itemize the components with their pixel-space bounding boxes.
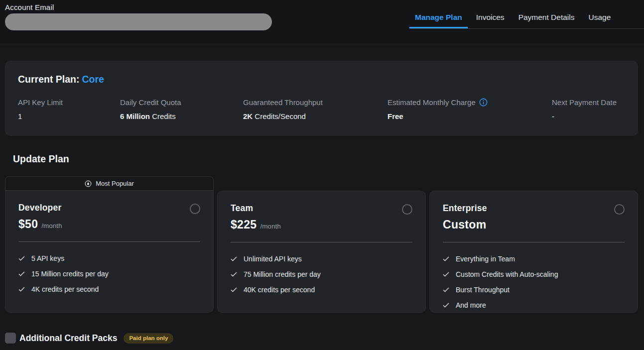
check-icon xyxy=(231,272,237,277)
plan-name: Enterprise xyxy=(443,203,487,214)
feature-item: Burst Throughput xyxy=(443,286,625,294)
check-icon xyxy=(443,303,449,308)
feature-item: 5 API keys xyxy=(18,254,200,262)
stat-value: Free xyxy=(387,112,552,120)
feature-item: 4K credits per second xyxy=(18,285,200,293)
check-icon xyxy=(18,256,25,261)
divider xyxy=(18,241,200,242)
plan-radio-developer[interactable] xyxy=(190,204,200,214)
stat-api-key-limit: API Key Limit 1 xyxy=(18,98,120,120)
feature-item: Everything in Team xyxy=(443,255,625,263)
feature-item: 15 Million credits per day xyxy=(18,270,200,278)
tab-invoices[interactable]: Invoices xyxy=(471,10,510,28)
plans-row: Most Popular Developer $50 /month 5 API … xyxy=(5,176,638,313)
stat-label: API Key Limit xyxy=(18,98,120,107)
plan-period: /month xyxy=(41,222,62,230)
feature-item: Unlimited API keys xyxy=(231,255,412,263)
plan-radio-enterprise[interactable] xyxy=(614,204,625,215)
plan-features: Everything in Team Custom Credits with A… xyxy=(443,255,625,309)
plan-name: Developer xyxy=(18,203,61,213)
header: Account Email Manage Plan Invoices Payme… xyxy=(0,0,644,44)
plan-price: Custom xyxy=(443,218,486,232)
update-plan-heading: Update Plan xyxy=(13,153,69,165)
divider xyxy=(231,242,412,242)
check-icon xyxy=(18,287,25,292)
plan-card-team[interactable]: Team $225 /month Unlimited API keys 75 M… xyxy=(217,191,426,313)
check-icon xyxy=(443,256,449,261)
stat-label: Guaranteed Throughput xyxy=(243,98,387,107)
current-plan-title: Current Plan:Core xyxy=(18,74,625,85)
feature-item: 75 Million credits per day xyxy=(231,270,412,278)
check-icon xyxy=(18,271,25,276)
feature-item: Custom Credits with Auto-scaling xyxy=(443,270,625,278)
stat-guaranteed-throughput: Guaranteed Throughput 2K Credits/Second xyxy=(243,98,387,120)
check-icon xyxy=(443,287,449,292)
stat-estimated-monthly-charge: Estimated Monthly Charge Free xyxy=(387,98,552,120)
current-plan-name: Core xyxy=(82,74,104,85)
flame-icon xyxy=(85,180,92,187)
current-plan-stats: API Key Limit 1 Daily Credit Quota 6 Mil… xyxy=(18,98,625,120)
feature-item: 40K credits per second xyxy=(231,286,412,294)
tab-usage[interactable]: Usage xyxy=(583,10,616,28)
divider xyxy=(443,242,625,242)
additional-credit-packs-label: Additional Credit Packs xyxy=(19,333,117,344)
plan-radio-team[interactable] xyxy=(402,204,412,215)
plan-name: Team xyxy=(231,203,253,214)
feature-item: And more xyxy=(443,301,625,309)
stat-value: 2K Credits/Second xyxy=(243,112,387,120)
stat-label: Next Payment Date xyxy=(552,98,625,107)
plan-card-developer[interactable]: Developer $50 /month 5 API keys 15 Milli… xyxy=(5,191,214,313)
plan-features: 5 API keys 15 Million credits per day 4K… xyxy=(18,254,200,293)
spacer xyxy=(217,176,426,191)
plan-period: /month xyxy=(260,223,280,230)
plan-price: $50 xyxy=(18,218,38,231)
most-popular-label: Most Popular xyxy=(96,180,134,187)
tab-bar: Manage Plan Invoices Payment Details Usa… xyxy=(409,10,644,29)
additional-credit-packs-row: Additional Credit Packs Paid plan only xyxy=(5,333,173,344)
stat-value: 1 xyxy=(18,112,120,120)
plan-column-team: Team $225 /month Unlimited API keys 75 M… xyxy=(217,176,426,313)
plan-column-enterprise: Enterprise Custom Everything in Team Cus… xyxy=(429,176,638,313)
plan-features: Unlimited API keys 75 Million credits pe… xyxy=(231,255,412,294)
check-icon xyxy=(231,287,237,292)
current-plan-title-prefix: Current Plan: xyxy=(18,74,80,85)
account-email-input[interactable] xyxy=(5,13,272,30)
tab-manage-plan[interactable]: Manage Plan xyxy=(409,10,468,28)
paid-plan-only-badge: Paid plan only xyxy=(124,333,173,344)
additional-credit-packs-checkbox[interactable] xyxy=(5,333,16,344)
stat-value: 6 Million Credits xyxy=(120,112,243,120)
stat-next-payment-date: Next Payment Date - xyxy=(552,98,625,120)
most-popular-badge: Most Popular xyxy=(5,176,214,191)
plan-card-enterprise[interactable]: Enterprise Custom Everything in Team Cus… xyxy=(429,191,638,313)
plan-price: $225 xyxy=(231,218,257,232)
check-icon xyxy=(231,256,237,261)
stat-value: - xyxy=(552,112,625,120)
stat-label: Estimated Monthly Charge xyxy=(387,98,552,107)
spacer xyxy=(429,176,638,191)
stat-label: Daily Credit Quota xyxy=(120,98,243,107)
account-email-label: Account Email xyxy=(5,3,54,11)
tab-payment-details[interactable]: Payment Details xyxy=(513,10,580,28)
stat-daily-credit-quota: Daily Credit Quota 6 Million Credits xyxy=(120,98,243,120)
check-icon xyxy=(443,272,449,277)
info-icon[interactable] xyxy=(479,98,488,107)
current-plan-card: Current Plan:Core API Key Limit 1 Daily … xyxy=(5,61,638,136)
plan-column-developer: Most Popular Developer $50 /month 5 API … xyxy=(5,176,214,313)
